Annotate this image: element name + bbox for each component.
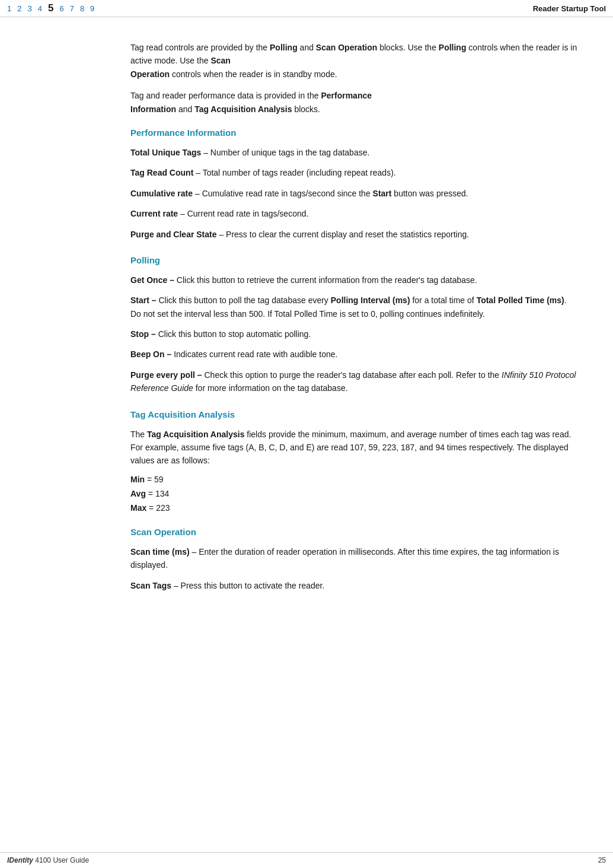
polling-section-title: Polling	[130, 255, 577, 265]
header-title: Reader Startup Tool	[533, 4, 606, 13]
desc-purge-clear-state: Press to clear the current display and r…	[226, 230, 469, 239]
tag-acquisition-section: Tag Acquisition Analysis The Tag Acquisi…	[130, 409, 577, 513]
polling-bold-2: Polling	[439, 43, 467, 52]
intro-para-1: Tag read controls are provided by the Po…	[130, 41, 577, 81]
avg-label: Avg	[130, 489, 146, 498]
min-equals: =	[145, 475, 154, 484]
footer-brand-name: IDentity	[7, 856, 33, 864]
polling-bold-1: Polling	[270, 43, 298, 52]
term-separator-4: –	[180, 209, 187, 218]
polling-interval-bold: Polling Interval (ms)	[331, 295, 410, 305]
min-value: 59	[154, 475, 164, 484]
term-separator-3: –	[195, 189, 202, 198]
scan-item-scan-time: Scan time (ms) – Enter the duration of r…	[130, 545, 577, 572]
term-cumulative-rate: Cumulative rate	[130, 189, 193, 198]
nav-1[interactable]: 1	[7, 4, 11, 13]
scan-operation-section: Scan Operation Scan time (ms) – Enter th…	[130, 527, 577, 592]
polling-item-stop: Stop – Click this button to stop automat…	[130, 328, 577, 341]
scan-time-separator: –	[191, 547, 199, 557]
term-scan-tags: Scan Tags	[130, 581, 171, 590]
polling-item-beep-on: Beep On – Indicates current read rate wi…	[130, 348, 577, 361]
tag-acq-min: Min = 59	[130, 475, 577, 484]
tag-acq-bold: Tag Acquisition Analysis	[194, 104, 292, 114]
term-total-unique-tags: Total Unique Tags	[130, 148, 201, 157]
nav-9[interactable]: 9	[90, 4, 94, 13]
perf-item-current-rate: Current rate – Current read rate in tags…	[130, 207, 577, 220]
desc-cumulative-rate: Cumulative read rate in tags/second sinc…	[202, 189, 468, 198]
max-label: Max	[130, 503, 146, 513]
term-scan-time: Scan time (ms)	[130, 547, 190, 557]
perf-item-purge-clear-state: Purge and Clear State – Press to clear t…	[130, 228, 577, 241]
min-label: Min	[130, 475, 145, 484]
footer-product-name: 4100 User Guide	[33, 856, 89, 864]
term-separator-1: –	[203, 148, 210, 157]
nav-2[interactable]: 2	[17, 4, 21, 13]
intro-para-2: Tag and reader performance data is provi…	[130, 89, 577, 116]
tag-acq-max: Max = 223	[130, 503, 577, 513]
avg-value: 134	[155, 489, 169, 498]
nav-3[interactable]: 3	[27, 4, 31, 13]
tag-acquisition-section-title: Tag Acquisition Analysis	[130, 409, 577, 419]
scan-operation-section-title: Scan Operation	[130, 527, 577, 537]
start-bold: Start	[373, 189, 392, 198]
scan-item-scan-tags: Scan Tags – Press this button to activat…	[130, 579, 577, 592]
scan-operation-bold-2: ScanOperation	[130, 56, 231, 78]
tag-acquisition-intro: The Tag Acquisition Analysis fields prov…	[130, 428, 577, 468]
desc-beep-on: Indicates current read rate with audible…	[174, 349, 337, 359]
max-equals: =	[146, 503, 156, 513]
term-stop: Stop –	[130, 329, 156, 339]
desc-tag-read-count: Total number of tags reader (including r…	[203, 168, 396, 177]
page-footer: IDentity 4100 User Guide 25	[0, 852, 613, 868]
term-separator-5: –	[219, 230, 226, 239]
perf-item-tag-read-count: Tag Read Count – Total number of tags re…	[130, 166, 577, 179]
tag-acq-avg: Avg = 134	[130, 489, 577, 498]
nav-5-active[interactable]: 5	[48, 2, 53, 14]
footer-brand: IDentity 4100 User Guide	[7, 856, 89, 864]
tag-acquisition-bold: Tag Acquisition Analysis	[147, 430, 244, 439]
nav-7[interactable]: 7	[70, 4, 74, 13]
term-separator-2: –	[196, 168, 202, 177]
desc-stop: Click this button to stop automatic poll…	[158, 329, 311, 339]
desc-total-unique-tags: Number of unique tags in the tag databas…	[210, 148, 370, 157]
nav-6[interactable]: 6	[59, 4, 63, 13]
desc-scan-tags: Press this button to activate the reader…	[181, 581, 325, 590]
polling-item-start: Start – Click this button to poll the ta…	[130, 294, 577, 320]
perf-item-total-unique-tags: Total Unique Tags – Number of unique tag…	[130, 146, 577, 159]
desc-start: Click this button to poll the tag databa…	[130, 295, 567, 318]
scan-tags-separator: –	[174, 581, 181, 590]
page-header: 1 2 3 4 5 6 7 8 9 Reader Startup Tool	[0, 0, 613, 17]
main-content: Tag read controls are provided by the Po…	[0, 17, 613, 630]
term-start: Start –	[130, 295, 157, 305]
perf-item-cumulative-rate: Cumulative rate – Cumulative read rate i…	[130, 187, 577, 200]
term-beep-on: Beep On –	[130, 349, 171, 359]
avg-equals: =	[146, 489, 155, 498]
term-purge-every-poll: Purge every poll –	[130, 370, 202, 380]
nav-4[interactable]: 4	[38, 4, 42, 13]
polling-section: Polling Get Once – Click this button to …	[130, 255, 577, 395]
scan-operation-bold-1: Scan Operation	[316, 43, 377, 52]
footer-page-number: 25	[598, 856, 606, 864]
desc-current-rate: Current read rate in tags/second.	[187, 209, 309, 218]
max-value: 223	[156, 503, 170, 513]
term-get-once: Get Once –	[130, 275, 174, 285]
polling-item-purge-every-poll: Purge every poll – Check this option to …	[130, 368, 577, 395]
term-tag-read-count: Tag Read Count	[130, 168, 193, 177]
desc-get-once: Click this button to retrieve the curren…	[177, 275, 477, 285]
performance-section: Performance Information Total Unique Tag…	[130, 128, 577, 241]
term-current-rate: Current rate	[130, 209, 178, 218]
total-polled-time-bold: Total Polled Time (ms)	[477, 295, 564, 305]
chapter-nav[interactable]: 1 2 3 4 5 6 7 8 9	[7, 2, 94, 14]
polling-item-get-once: Get Once – Click this button to retrieve…	[130, 274, 577, 287]
term-purge-clear-state: Purge and Clear State	[130, 230, 217, 239]
intro-block: Tag read controls are provided by the Po…	[130, 41, 577, 116]
nav-8[interactable]: 8	[80, 4, 84, 13]
performance-section-title: Performance Information	[130, 128, 577, 138]
